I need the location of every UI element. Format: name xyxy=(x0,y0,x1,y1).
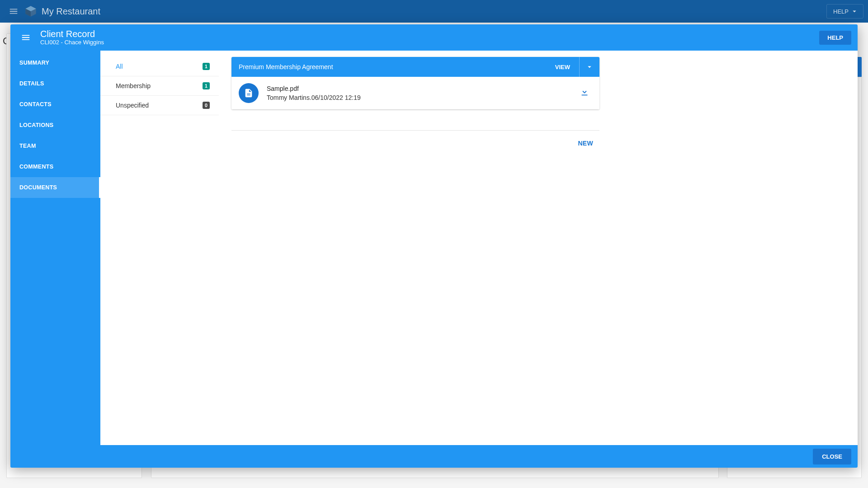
sidenav-item-details[interactable]: DETAILS xyxy=(10,73,100,94)
chevron-down-icon xyxy=(850,7,859,15)
document-actions-menu[interactable] xyxy=(580,57,599,77)
documents-new-row: NEW xyxy=(231,137,599,150)
sidenav-item-locations[interactable]: LOCATIONS xyxy=(10,115,100,136)
filter-count-badge: 1 xyxy=(203,63,210,70)
document-download-button[interactable] xyxy=(577,84,592,102)
document-title: Premium Membership Agreement xyxy=(239,63,333,70)
dialog-content: All 1 Membership 1 Unspecified 0 Premium… xyxy=(100,51,858,445)
sidenav-item-team[interactable]: TEAM xyxy=(10,136,100,156)
dialog-body: SUMMARY DETAILS CONTACTS LOCATIONS TEAM … xyxy=(10,51,858,445)
document-card: Premium Membership Agreement VIEW xyxy=(231,57,599,109)
chevron-down-icon xyxy=(585,63,594,71)
filter-membership[interactable]: Membership 1 xyxy=(100,76,219,96)
appbar-menu-button[interactable] xyxy=(5,2,23,20)
document-uploaded-at: 06/10/2022 12:19 xyxy=(311,94,361,101)
file-icon xyxy=(244,88,254,98)
document-card-header: Premium Membership Agreement VIEW xyxy=(231,57,599,77)
document-filter-list: All 1 Membership 1 Unspecified 0 xyxy=(100,51,219,445)
download-icon xyxy=(580,87,590,97)
filter-count-badge: 1 xyxy=(203,82,210,89)
dialog-title: Client Record xyxy=(40,29,819,39)
dialog-help-button[interactable]: HELP xyxy=(819,31,851,45)
dialog-menu-button[interactable] xyxy=(17,28,35,47)
filter-unspecified[interactable]: Unspecified 0 xyxy=(100,96,219,115)
appbar-help-label: HELP xyxy=(833,8,849,15)
hamburger-icon xyxy=(21,33,31,42)
dialog-sidenav: SUMMARY DETAILS CONTACTS LOCATIONS TEAM … xyxy=(10,51,100,445)
documents-divider xyxy=(231,130,599,131)
app-title: My Restaurant xyxy=(42,6,826,17)
app-logo xyxy=(24,5,37,18)
sidenav-item-contacts[interactable]: CONTACTS xyxy=(10,94,100,115)
filter-label: All xyxy=(116,63,123,70)
document-file-name: Sample.pdf xyxy=(267,84,577,93)
dialog-header: Client Record CLI002 - Chace Wiggins HEL… xyxy=(10,24,858,51)
dialog-titles: Client Record CLI002 - Chace Wiggins xyxy=(40,29,819,46)
sidenav-item-comments[interactable]: COMMENTS xyxy=(10,156,100,177)
filter-label: Unspecified xyxy=(116,102,149,109)
app-bar: My Restaurant HELP xyxy=(0,0,868,23)
sidenav-item-summary[interactable]: SUMMARY xyxy=(10,52,100,73)
dialog-footer: CLOSE xyxy=(10,445,858,468)
document-file-row: Sample.pdf Tommy Martins.06/10/2022 12:1… xyxy=(231,77,599,109)
client-record-dialog: Client Record CLI002 - Chace Wiggins HEL… xyxy=(10,24,858,468)
document-file-meta: Sample.pdf Tommy Martins.06/10/2022 12:1… xyxy=(267,84,577,102)
filter-count-badge: 0 xyxy=(203,102,210,109)
appbar-help-button[interactable]: HELP xyxy=(826,4,863,19)
new-document-button[interactable]: NEW xyxy=(571,137,599,150)
document-file-avatar xyxy=(239,83,259,103)
close-button[interactable]: CLOSE xyxy=(813,449,851,465)
document-view-button[interactable]: VIEW xyxy=(546,57,580,77)
filter-all[interactable]: All 1 xyxy=(100,57,219,76)
document-file-sub: Tommy Martins.06/10/2022 12:19 xyxy=(267,93,577,102)
cube-icon xyxy=(24,5,37,18)
hamburger-icon xyxy=(9,6,19,16)
document-uploader: Tommy Martins. xyxy=(267,94,311,101)
dialog-subtitle: CLI002 - Chace Wiggins xyxy=(40,39,819,46)
sidenav-item-documents[interactable]: DOCUMENTS xyxy=(10,177,100,198)
filter-label: Membership xyxy=(116,82,151,89)
document-panel: Premium Membership Agreement VIEW xyxy=(219,51,612,445)
